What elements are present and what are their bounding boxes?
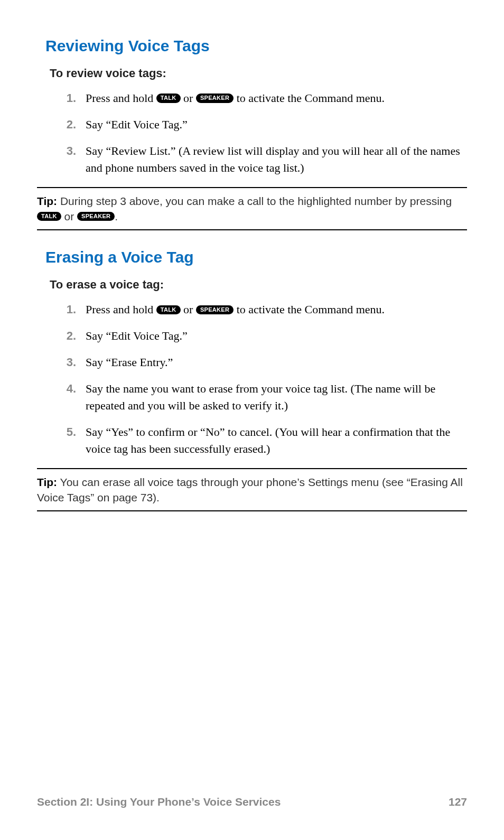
step-body: Say “Erase Entry.” bbox=[86, 354, 466, 371]
tip-text: or bbox=[61, 210, 77, 222]
step-body: Say “Edit Voice Tag.” bbox=[86, 116, 466, 133]
talk-button-icon: TALK bbox=[156, 94, 181, 102]
tip-text: . bbox=[115, 210, 118, 222]
step-body: Press and hold TALK or SPEAKER to activa… bbox=[86, 301, 466, 318]
tip-label: Tip: bbox=[37, 195, 57, 207]
step-number: 2. bbox=[45, 116, 76, 133]
step-text: Press and hold bbox=[86, 303, 156, 316]
step-item: 2. Say “Edit Voice Tag.” bbox=[45, 116, 466, 133]
step-body: Say “Yes” to confirm or “No” to cancel. … bbox=[86, 424, 466, 458]
step-number: 4. bbox=[45, 380, 76, 397]
steps-review: 1. Press and hold TALK or SPEAKER to act… bbox=[45, 90, 466, 176]
steps-erase: 1. Press and hold TALK or SPEAKER to act… bbox=[45, 301, 466, 457]
talk-button-icon: TALK bbox=[37, 212, 61, 221]
step-item: 3. Say “Review List.” (A review list wil… bbox=[45, 143, 466, 176]
step-number: 1. bbox=[45, 301, 76, 318]
heading-erasing-voice-tag: Erasing a Voice Tag bbox=[45, 248, 466, 266]
tip-label: Tip: bbox=[37, 476, 57, 488]
step-item: 3. Say “Erase Entry.” bbox=[45, 354, 466, 371]
step-item: 2. Say “Edit Voice Tag.” bbox=[45, 328, 466, 344]
footer-section-label: Section 2I: Using Your Phone’s Voice Ser… bbox=[37, 796, 281, 808]
speaker-button-icon: SPEAKER bbox=[196, 305, 234, 314]
step-number: 2. bbox=[45, 328, 76, 344]
step-body: Press and hold TALK or SPEAKER to activa… bbox=[86, 90, 466, 107]
tip-text: You can erase all voice tags through you… bbox=[37, 476, 463, 503]
step-item: 5. Say “Yes” to confirm or “No” to cance… bbox=[45, 424, 466, 458]
step-body: Say “Edit Voice Tag.” bbox=[86, 328, 466, 344]
step-body: Say “Review List.” (A review list will d… bbox=[86, 143, 466, 176]
subheading-erase: To erase a voice tag: bbox=[50, 278, 466, 292]
step-number: 3. bbox=[45, 143, 76, 160]
footer-page-number: 127 bbox=[449, 796, 467, 808]
tip-box-review: Tip: During step 3 above, you can make a… bbox=[37, 187, 467, 231]
talk-button-icon: TALK bbox=[156, 305, 181, 314]
page-footer: Section 2I: Using Your Phone’s Voice Ser… bbox=[37, 796, 467, 808]
step-text: or bbox=[181, 303, 196, 316]
tip-text: During step 3 above, you can make a call… bbox=[57, 195, 452, 207]
speaker-button-icon: SPEAKER bbox=[196, 94, 234, 102]
subheading-review: To review voice tags: bbox=[50, 67, 466, 80]
step-text: to activate the Command menu. bbox=[234, 91, 385, 105]
step-number: 1. bbox=[45, 90, 76, 107]
speaker-button-icon: SPEAKER bbox=[77, 212, 115, 221]
step-text: Press and hold bbox=[86, 91, 156, 105]
step-number: 3. bbox=[45, 354, 76, 371]
tip-box-erase: Tip: You can erase all voice tags throug… bbox=[37, 468, 467, 512]
heading-reviewing-voice-tags: Reviewing Voice Tags bbox=[45, 37, 466, 55]
step-item: 1. Press and hold TALK or SPEAKER to act… bbox=[45, 301, 466, 318]
step-item: 1. Press and hold TALK or SPEAKER to act… bbox=[45, 90, 466, 107]
step-item: 4. Say the name you want to erase from y… bbox=[45, 380, 466, 414]
step-body: Say the name you want to erase from your… bbox=[86, 380, 466, 414]
step-text: to activate the Command menu. bbox=[234, 303, 385, 316]
step-number: 5. bbox=[45, 424, 76, 441]
step-text: or bbox=[181, 91, 196, 105]
